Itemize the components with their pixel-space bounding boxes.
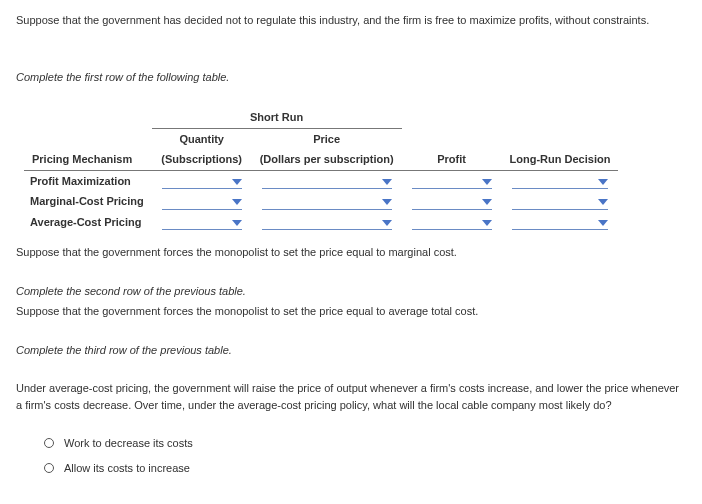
chevron-down-icon bbox=[382, 179, 392, 185]
radio-group: Work to decrease its costs Allow its cos… bbox=[44, 435, 686, 476]
quantity-header-2: (Subscriptions) bbox=[152, 149, 252, 170]
table-row: Marginal-Cost Pricing bbox=[24, 191, 618, 212]
svg-marker-2 bbox=[482, 179, 492, 185]
svg-marker-4 bbox=[232, 199, 242, 205]
radio-option-allow-increase[interactable]: Allow its costs to increase bbox=[44, 460, 686, 477]
svg-marker-7 bbox=[598, 199, 608, 205]
chevron-down-icon bbox=[598, 179, 608, 185]
svg-marker-3 bbox=[598, 179, 608, 185]
long-run-header: Long-Run Decision bbox=[502, 149, 619, 170]
chevron-down-icon bbox=[232, 220, 242, 226]
radio-icon bbox=[44, 438, 54, 448]
price-header-1: Price bbox=[252, 128, 402, 149]
dropdown-quantity-row2[interactable] bbox=[162, 196, 242, 210]
row-label-marginal-cost: Marginal-Cost Pricing bbox=[24, 191, 152, 212]
pricing-table: Short Run Quantity Price Pricing Mechani… bbox=[24, 107, 618, 232]
price-header-2: (Dollars per subscription) bbox=[252, 149, 402, 170]
row-label-average-cost: Average-Cost Pricing bbox=[24, 212, 152, 233]
radio-option-decrease-costs[interactable]: Work to decrease its costs bbox=[44, 435, 686, 452]
mechanism-header: Pricing Mechanism bbox=[24, 149, 152, 170]
chevron-down-icon bbox=[598, 220, 608, 226]
chevron-down-icon bbox=[598, 199, 608, 205]
paragraph-under-avg: Under average-cost pricing, the governme… bbox=[16, 380, 686, 413]
dropdown-quantity-row1[interactable] bbox=[162, 175, 242, 189]
dropdown-price-row2[interactable] bbox=[262, 196, 392, 210]
instruction-2: Complete the second row of the previous … bbox=[16, 283, 686, 300]
dropdown-profit-row3[interactable] bbox=[412, 216, 492, 230]
row-label-profit-max: Profit Maximization bbox=[24, 170, 152, 191]
chevron-down-icon bbox=[382, 199, 392, 205]
dropdown-longrun-row1[interactable] bbox=[512, 175, 609, 189]
quantity-header-1: Quantity bbox=[152, 128, 252, 149]
chevron-down-icon bbox=[482, 199, 492, 205]
paragraph-marginal-cost: Suppose that the government forces the m… bbox=[16, 244, 686, 261]
chevron-down-icon bbox=[232, 179, 242, 185]
svg-marker-0 bbox=[232, 179, 242, 185]
radio-label: Allow its costs to increase bbox=[64, 460, 190, 477]
instruction-1: Complete the first row of the following … bbox=[16, 69, 686, 86]
chevron-down-icon bbox=[232, 199, 242, 205]
chevron-down-icon bbox=[482, 179, 492, 185]
svg-marker-6 bbox=[482, 199, 492, 205]
paragraph-average-cost: Suppose that the government forces the m… bbox=[16, 303, 686, 320]
svg-marker-1 bbox=[382, 179, 392, 185]
svg-marker-9 bbox=[382, 220, 392, 226]
short-run-header: Short Run bbox=[152, 107, 402, 128]
instruction-3: Complete the third row of the previous t… bbox=[16, 342, 686, 359]
dropdown-longrun-row2[interactable] bbox=[512, 196, 609, 210]
profit-header: Profit bbox=[402, 149, 502, 170]
table-row: Profit Maximization bbox=[24, 170, 618, 191]
svg-marker-10 bbox=[482, 220, 492, 226]
table-row: Average-Cost Pricing bbox=[24, 212, 618, 233]
svg-marker-5 bbox=[382, 199, 392, 205]
dropdown-quantity-row3[interactable] bbox=[162, 216, 242, 230]
dropdown-price-row1[interactable] bbox=[262, 175, 392, 189]
dropdown-price-row3[interactable] bbox=[262, 216, 392, 230]
radio-label: Work to decrease its costs bbox=[64, 435, 193, 452]
chevron-down-icon bbox=[382, 220, 392, 226]
dropdown-profit-row2[interactable] bbox=[412, 196, 492, 210]
chevron-down-icon bbox=[482, 220, 492, 226]
intro-paragraph: Suppose that the government has decided … bbox=[16, 12, 686, 29]
dropdown-longrun-row3[interactable] bbox=[512, 216, 609, 230]
radio-icon bbox=[44, 463, 54, 473]
svg-marker-8 bbox=[232, 220, 242, 226]
svg-marker-11 bbox=[598, 220, 608, 226]
dropdown-profit-row1[interactable] bbox=[412, 175, 492, 189]
